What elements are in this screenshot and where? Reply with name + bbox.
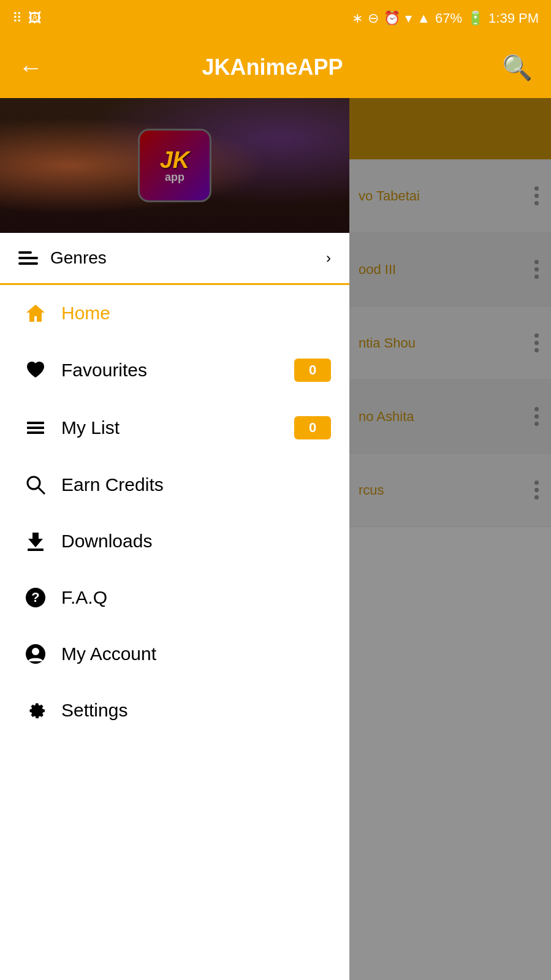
home-label: Home xyxy=(61,303,331,324)
downloads-label: Downloads xyxy=(61,531,331,552)
svg-text:?: ? xyxy=(31,590,39,605)
grid-icon: ⠿ xyxy=(12,10,22,26)
sidebar-item-favourites[interactable]: Favourites 0 xyxy=(0,341,349,399)
genres-row[interactable]: Genres › xyxy=(0,233,349,285)
logo-jk: JK xyxy=(160,148,190,172)
back-button[interactable]: ← xyxy=(18,54,43,82)
battery-icon: 🔋 xyxy=(467,10,484,26)
heart-icon xyxy=(18,359,52,381)
status-left-icons: ⠿ 🖼 xyxy=(12,10,42,26)
main-layout: vo Tabetai ood III ntia Shou no Ashita r… xyxy=(0,98,551,980)
my-account-label: My Account xyxy=(61,644,331,664)
genres-label: Genres xyxy=(50,248,326,268)
bluetooth-icon: ∗ xyxy=(352,10,363,26)
drawer-logo: JK app xyxy=(138,129,211,202)
my-list-label: My List xyxy=(61,417,294,438)
search-icon xyxy=(18,474,52,496)
app-title: JKAnimeAPP xyxy=(202,55,343,80)
svg-rect-0 xyxy=(27,422,44,424)
svg-point-3 xyxy=(28,477,40,489)
drawer-header: JK app xyxy=(0,98,349,233)
favourites-badge: 0 xyxy=(294,359,331,382)
question-icon: ? xyxy=(18,587,52,609)
list-icon xyxy=(18,417,52,439)
my-list-badge: 0 xyxy=(294,416,331,439)
drawer-dim-overlay[interactable] xyxy=(349,98,551,980)
search-button[interactable]: 🔍 xyxy=(502,53,533,82)
dnd-icon: ⊖ xyxy=(368,10,379,26)
sidebar-item-home[interactable]: Home xyxy=(0,285,349,341)
menu-items: Home Favourites 0 xyxy=(0,285,349,980)
alarm-icon: ⏰ xyxy=(384,10,400,26)
navigation-drawer: JK app Genres › Home xyxy=(0,98,349,980)
status-bar: ⠿ 🖼 ∗ ⊖ ⏰ ▾ ▲ 67% 🔋 1:39 PM xyxy=(0,0,551,37)
download-icon xyxy=(18,530,52,552)
genres-arrow-icon: › xyxy=(326,249,331,267)
svg-point-10 xyxy=(32,648,39,655)
signal-icon: ▲ xyxy=(417,10,430,26)
gear-icon xyxy=(18,699,52,721)
svg-rect-6 xyxy=(28,549,44,551)
account-icon xyxy=(18,643,52,665)
sidebar-item-my-account[interactable]: My Account xyxy=(0,626,349,682)
svg-marker-5 xyxy=(28,533,43,547)
sidebar-item-downloads[interactable]: Downloads xyxy=(0,513,349,569)
status-right-icons: ∗ ⊖ ⏰ ▾ ▲ 67% 🔋 1:39 PM xyxy=(352,10,539,26)
image-icon: 🖼 xyxy=(28,10,42,26)
logo-app: app xyxy=(160,172,190,183)
app-bar: ← JKAnimeAPP 🔍 xyxy=(0,37,551,98)
sidebar-item-my-list[interactable]: My List 0 xyxy=(0,399,349,457)
favourites-label: Favourites xyxy=(61,360,294,381)
settings-label: Settings xyxy=(61,700,331,721)
faq-label: F.A.Q xyxy=(61,587,331,608)
sidebar-item-faq[interactable]: ? F.A.Q xyxy=(0,569,349,626)
battery-percent: 67% xyxy=(435,10,462,26)
sidebar-item-settings[interactable]: Settings xyxy=(0,682,349,739)
earn-credits-label: Earn Credits xyxy=(61,474,331,495)
home-icon xyxy=(18,302,52,324)
svg-rect-1 xyxy=(27,427,44,429)
time: 1:39 PM xyxy=(488,10,539,26)
genres-icon xyxy=(18,251,38,265)
wifi-icon: ▾ xyxy=(405,10,412,26)
sidebar-item-earn-credits[interactable]: Earn Credits xyxy=(0,457,349,513)
svg-line-4 xyxy=(39,488,45,494)
svg-rect-2 xyxy=(27,431,44,434)
logo-text: JK app xyxy=(160,148,190,183)
